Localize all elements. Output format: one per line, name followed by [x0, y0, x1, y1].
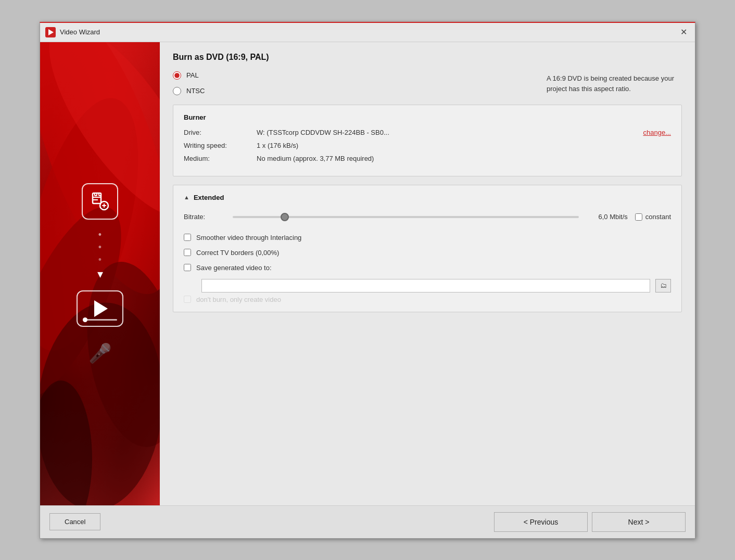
play-dot [83, 317, 87, 322]
title-bar: Video Wizard ✕ [40, 23, 695, 42]
radio-pal[interactable] [173, 71, 181, 80]
radio-row-ntsc: NTSC [173, 87, 536, 95]
content-area: • • • ▾ 🎤 Burn as DVD (16:9, PAL) [40, 42, 695, 505]
drive-label: Drive: [184, 129, 257, 136]
sidebar-icon-mic: 🎤 [88, 342, 112, 364]
next-button[interactable]: Next > [592, 512, 686, 532]
footer: Cancel < Previous Next > [40, 505, 695, 538]
play-triangle [94, 300, 108, 317]
medium-label: Medium: [184, 155, 257, 162]
save-path-row: 🗂 [184, 279, 671, 292]
dont-burn-checkbox[interactable] [184, 296, 191, 303]
bitrate-label: Bitrate: [184, 213, 225, 221]
constant-checkbox-row: constant [635, 213, 671, 221]
drive-row: Drive: W: (TSSTcorp CDDVDW SH-224BB - SB… [184, 129, 671, 136]
save-path-input[interactable] [201, 279, 650, 292]
interlace-checkbox-row: Smoother video through Interlacing [184, 234, 671, 241]
burner-section: Burner Drive: W: (TSSTcorp CDDVDW SH-224… [173, 105, 682, 176]
app-icon [45, 27, 56, 37]
savevideo-checkbox-row: Save generated video to: [184, 264, 671, 272]
change-link[interactable]: change... [643, 129, 671, 136]
browse-icon: 🗂 [660, 282, 667, 289]
sidebar-progress-dots: • • • ▾ [97, 230, 103, 280]
medium-row: Medium: No medium (approx. 3,77 MB requi… [184, 155, 671, 162]
speed-label: Writing speed: [184, 142, 257, 149]
sidebar: • • • ▾ 🎤 [40, 42, 160, 505]
tvborders-checkbox[interactable] [184, 249, 191, 256]
previous-button[interactable]: < Previous [494, 512, 588, 532]
tvborders-checkbox-row: Correct TV borders (0,00%) [184, 249, 671, 257]
drive-value: W: (TSSTcorp CDDVDW SH-224BB - SB0... [257, 129, 643, 136]
radio-ntsc[interactable] [173, 87, 181, 95]
play-bar [83, 319, 117, 321]
info-text: A 16:9 DVD is being created because your… [547, 53, 682, 95]
page-title: Burn as DVD (16:9, PAL) [173, 53, 536, 62]
tvborders-label[interactable]: Correct TV borders (0,00%) [196, 249, 279, 257]
sidebar-icon-play [77, 290, 123, 327]
extended-header: ▲ Extended [184, 194, 671, 201]
browse-button[interactable]: 🗂 [655, 279, 671, 292]
svg-rect-10 [95, 193, 97, 196]
cancel-button[interactable]: Cancel [49, 513, 100, 530]
extended-section: ▲ Extended Bitrate: 6,0 Mbit/s constant [173, 185, 682, 312]
sidebar-icons: • • • ▾ 🎤 [77, 183, 123, 364]
savevideo-checkbox[interactable] [184, 264, 191, 271]
interlace-label[interactable]: Smoother video through Interlacing [196, 234, 301, 241]
sidebar-icon-edit [82, 183, 118, 220]
speed-value: 1 x (176 kB/s) [257, 142, 671, 149]
dont-burn-label: don't burn, only create video [196, 296, 281, 303]
bitrate-slider-container [233, 212, 579, 222]
nav-buttons: < Previous Next > [494, 512, 686, 532]
window-title: Video Wizard [60, 28, 677, 36]
main-panel: Burn as DVD (16:9, PAL) PAL NTSC [160, 42, 695, 505]
svg-rect-11 [99, 193, 101, 196]
constant-label[interactable]: constant [645, 213, 671, 221]
page-header: Burn as DVD (16:9, PAL) PAL NTSC [173, 53, 682, 105]
close-button[interactable]: ✕ [677, 26, 690, 39]
bitrate-slider-thumb[interactable] [281, 213, 289, 221]
radio-label-pal[interactable]: PAL [186, 71, 199, 79]
bitrate-slider-track [233, 216, 579, 218]
bitrate-row: Bitrate: 6,0 Mbit/s constant [184, 212, 671, 222]
collapse-arrow-icon[interactable]: ▲ [184, 194, 189, 200]
extended-title: Extended [194, 194, 224, 201]
interlace-checkbox[interactable] [184, 234, 191, 241]
medium-value: No medium (approx. 3,77 MB required) [257, 155, 671, 162]
radio-row-pal: PAL [173, 71, 536, 80]
bitrate-value: 6,0 Mbit/s [586, 213, 628, 221]
video-wizard-window: Video Wizard ✕ [40, 22, 695, 539]
dont-burn-row: don't burn, only create video [184, 296, 671, 303]
format-radio-group: PAL NTSC [173, 71, 536, 95]
savevideo-label[interactable]: Save generated video to: [196, 264, 272, 272]
radio-label-ntsc[interactable]: NTSC [186, 87, 205, 95]
constant-checkbox[interactable] [635, 213, 642, 221]
burner-title: Burner [184, 113, 671, 121]
speed-row: Writing speed: 1 x (176 kB/s) [184, 142, 671, 149]
